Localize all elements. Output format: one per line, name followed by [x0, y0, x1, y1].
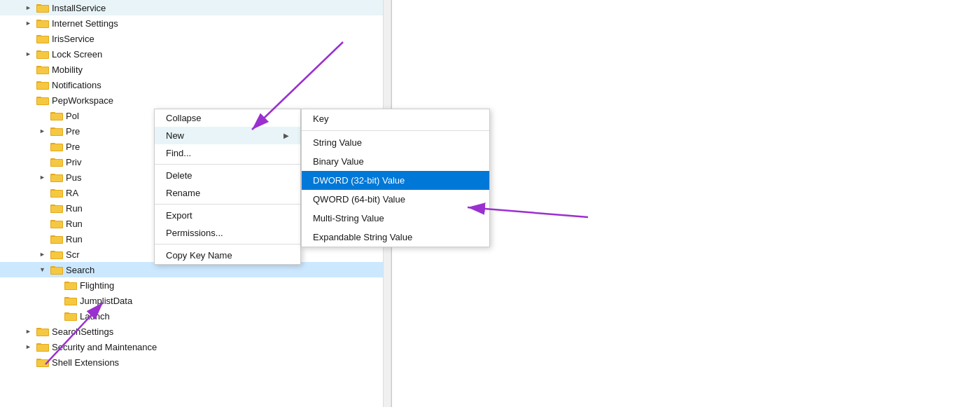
- folder-icon: [64, 311, 77, 321]
- expand-arrow[interactable]: ►: [39, 251, 50, 258]
- tree-item-label: Flighting: [80, 280, 391, 291]
- expand-arrow[interactable]: ►: [25, 20, 36, 27]
- expand-arrow[interactable]: ►: [39, 174, 50, 181]
- menu-item-new[interactable]: New▶: [155, 127, 300, 144]
- submenu-item-key[interactable]: Key: [302, 109, 489, 128]
- svg-rect-50: [51, 252, 62, 258]
- tree-item-label: PepWorkspace: [52, 95, 391, 106]
- tree-item-label: Lock Screen: [52, 49, 391, 60]
- folder-icon: [36, 34, 49, 43]
- folder-icon: [36, 18, 49, 28]
- tree-item-security[interactable]: ► Security and Maintenance: [0, 339, 391, 354]
- folder-icon: [50, 126, 63, 136]
- svg-rect-20: [37, 98, 48, 104]
- menu-item-label: Export: [166, 210, 192, 221]
- registry-container: ► InstallService► Internet Settings Iris…: [0, 0, 980, 407]
- menu-item-label: Rename: [166, 188, 200, 198]
- folder-icon: [36, 64, 49, 74]
- svg-rect-5: [37, 21, 48, 27]
- svg-rect-71: [37, 360, 48, 366]
- folder-icon: [50, 234, 63, 244]
- menu-item-export[interactable]: Export: [155, 207, 300, 224]
- svg-rect-26: [51, 129, 62, 135]
- folder-icon: [50, 265, 63, 275]
- submenu-item-label: QWORD (64-bit) Value: [313, 194, 405, 205]
- expand-arrow[interactable]: ►: [25, 343, 36, 350]
- tree-item-installservice[interactable]: ► InstallService: [0, 0, 391, 15]
- menu-item-label: Permissions...: [166, 228, 223, 238]
- tree-item-label: JumplistData: [80, 296, 391, 306]
- svg-rect-59: [65, 298, 76, 305]
- expand-arrow[interactable]: ►: [39, 127, 50, 134]
- folder-icon: [36, 49, 49, 59]
- menu-item-label: Collapse: [166, 113, 202, 123]
- tree-item-searchsettings[interactable]: ► SearchSettings: [0, 324, 391, 339]
- submenu-item-expandable-string[interactable]: Expandable String Value: [302, 228, 489, 247]
- expand-arrow[interactable]: ▼: [39, 266, 50, 273]
- tree-item-label: Search: [66, 265, 391, 275]
- folder-icon: [36, 326, 49, 336]
- submenu-item-label: Key: [313, 113, 328, 124]
- menu-item-rename[interactable]: Rename: [155, 184, 300, 202]
- submenu-item-dword-value[interactable]: DWORD (32-bit) Value: [302, 171, 489, 190]
- folder-icon: [36, 95, 49, 105]
- svg-rect-11: [37, 52, 48, 58]
- svg-rect-2: [37, 6, 48, 12]
- expand-arrow[interactable]: ►: [25, 4, 36, 11]
- svg-rect-32: [51, 160, 62, 166]
- folder-icon: [36, 80, 49, 90]
- folder-icon: [36, 3, 49, 13]
- menu-item-copy-key-name[interactable]: Copy Key Name: [155, 247, 300, 264]
- folder-icon: [64, 296, 77, 305]
- folder-icon: [36, 357, 49, 367]
- tree-item-shell-extensions[interactable]: Shell Extensions: [0, 354, 391, 370]
- folder-icon: [50, 219, 63, 228]
- submenu-arrow-icon: ▶: [284, 132, 289, 139]
- submenu-item-binary-value[interactable]: Binary Value: [302, 152, 489, 171]
- tree-item-label: Internet Settings: [52, 18, 391, 29]
- submenu-item-qword-value[interactable]: QWORD (64-bit) Value: [302, 190, 489, 209]
- svg-rect-44: [51, 221, 62, 228]
- menu-item-permissions[interactable]: Permissions...: [155, 224, 300, 242]
- submenu-item-label: Binary Value: [313, 156, 364, 167]
- menu-item-delete[interactable]: Delete: [155, 167, 300, 184]
- svg-rect-65: [37, 329, 48, 336]
- svg-rect-53: [51, 268, 62, 274]
- submenu-item-multi-string[interactable]: Multi-String Value: [302, 209, 489, 228]
- submenu-item-label: Expandable String Value: [313, 232, 412, 242]
- folder-icon: [50, 188, 63, 198]
- submenu: KeyString ValueBinary ValueDWORD (32-bit…: [301, 109, 490, 247]
- folder-icon: [36, 342, 49, 352]
- tree-item-mobility[interactable]: Mobility: [0, 62, 391, 77]
- folder-icon: [50, 172, 63, 182]
- submenu-item-label: String Value: [313, 137, 362, 148]
- tree-item-label: SearchSettings: [52, 326, 391, 337]
- tree-item-internet-settings[interactable]: ► Internet Settings: [0, 15, 391, 31]
- tree-item-flighting[interactable]: Flighting: [0, 277, 391, 293]
- svg-rect-62: [65, 314, 76, 320]
- svg-rect-29: [51, 144, 62, 151]
- svg-rect-47: [51, 237, 62, 243]
- menu-item-collapse[interactable]: Collapse: [155, 109, 300, 127]
- menu-separator: [155, 204, 300, 205]
- svg-rect-23: [51, 113, 62, 120]
- folder-icon: [50, 142, 63, 151]
- menu-separator: [155, 164, 300, 165]
- svg-rect-56: [65, 283, 76, 289]
- tree-item-pepworkspace[interactable]: PepWorkspace: [0, 92, 391, 108]
- expand-arrow[interactable]: ►: [25, 328, 36, 335]
- tree-item-launch[interactable]: Launch: [0, 308, 391, 324]
- folder-icon: [64, 280, 77, 290]
- tree-item-iris-service[interactable]: IrisService: [0, 31, 391, 46]
- tree-item-lock-screen[interactable]: ► Lock Screen: [0, 46, 391, 62]
- menu-item-label: Delete: [166, 170, 192, 181]
- tree-item-jumplistdata[interactable]: JumplistData: [0, 293, 391, 308]
- submenu-item-string-value[interactable]: String Value: [302, 133, 489, 152]
- svg-rect-8: [37, 36, 48, 43]
- expand-arrow[interactable]: ►: [25, 50, 36, 57]
- svg-rect-68: [37, 345, 48, 351]
- folder-icon: [50, 249, 63, 259]
- menu-item-find[interactable]: Find...: [155, 144, 300, 162]
- svg-rect-38: [51, 191, 62, 197]
- tree-item-notifications[interactable]: Notifications: [0, 77, 391, 92]
